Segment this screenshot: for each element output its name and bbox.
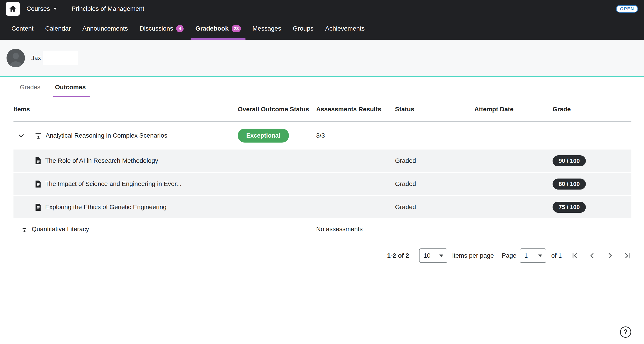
page-label: Page [502,252,516,259]
activity-row[interactable]: Exploring the Ethics of Genetic Engineer… [14,196,632,218]
top-bar: Courses Principles of Management OPEN [0,0,644,17]
col-header-overall-outcome-status: Overall Outcome Status [238,106,316,113]
nav-item-messages[interactable]: Messages [247,17,287,40]
pagination-bar: 1-2 of 2 10 items per page Page 1 of 1 [0,246,632,265]
outcome-row: Quantitative Literacy No assessments [14,218,632,240]
outcome-row: Analytical Reasoning in Complex Scenario… [14,122,632,150]
outcome-title: Quantitative Literacy [32,225,89,233]
home-icon [8,5,17,13]
tab-label: Grades [20,84,40,91]
activity-status: Graded [395,203,474,211]
activity-title[interactable]: The Role of AI in Research Methodology [45,157,158,164]
chevron-down-icon [18,132,25,139]
outcomes-table: Items Overall Outcome Status Assessments… [14,97,632,240]
col-header-assessments-results: Assessments Results [316,106,395,113]
last-page-button[interactable] [623,252,632,260]
next-page-icon [606,252,614,259]
nav-item-content[interactable]: Content [6,17,39,40]
tab-outcomes[interactable]: Outcomes [53,77,88,97]
active-nav-underline [190,38,246,40]
next-page-button[interactable] [606,252,614,260]
page-number-select[interactable]: 1 [520,248,546,263]
gradebook-tabs: Grades Outcomes [0,77,644,97]
col-header-grade: Grade [552,106,632,113]
gradebook-count-badge: 23 [232,25,241,32]
nav-item-label: Announcements [82,25,128,32]
col-header-attempt-date: Attempt Date [474,106,552,113]
activity-row[interactable]: The Role of AI in Research Methodology G… [14,150,632,172]
nav-item-groups[interactable]: Groups [287,17,319,40]
learner-header: Jax [0,40,644,76]
nav-item-label: Gradebook [195,25,228,32]
page-number-value: 1 [524,252,528,259]
previous-page-icon [588,252,596,259]
nav-item-label: Discussions [140,25,173,32]
last-page-icon [624,252,631,259]
nav-item-label: Messages [252,25,281,32]
activity-status: Graded [395,180,474,188]
avatar [6,49,25,67]
help-question-icon: ? [624,328,628,336]
grade-pill: 90 / 100 [552,155,586,166]
items-per-page-label: items per page [452,252,494,259]
nav-item-calendar[interactable]: Calendar [39,17,76,40]
activity-row[interactable]: The Impact of Science and Engineering in… [14,173,632,195]
items-per-page-value: 10 [424,252,430,259]
outcome-funnel-icon [21,226,28,233]
redacted-name-box [43,51,78,65]
pagination-range: 1-2 of 2 [387,252,409,259]
previous-page-button[interactable] [588,252,596,260]
nav-item-label: Achievements [325,25,365,32]
assessments-results-value: 3/3 [316,132,395,139]
nav-item-label: Calendar [45,25,71,32]
home-button[interactable] [6,2,20,16]
active-tab-underline [53,96,90,97]
chevron-down-icon [538,254,542,257]
nav-item-announcements[interactable]: Announcements [76,17,134,40]
document-icon [35,157,41,164]
document-icon [35,204,41,211]
outcome-funnel-icon [35,132,42,139]
total-pages-label: of 1 [551,252,562,259]
activity-status: Graded [395,157,474,164]
table-header-row: Items Overall Outcome Status Assessments… [14,97,632,122]
nav-item-gradebook[interactable]: Gradebook 23 [190,17,246,40]
overall-status-pill: Exceptional [238,129,289,143]
document-icon [35,181,41,188]
chevron-down-icon [54,8,57,10]
first-page-icon [571,252,578,259]
first-page-button[interactable] [571,252,579,260]
nav-item-achievements[interactable]: Achievements [319,17,370,40]
tab-label: Outcomes [55,84,86,91]
help-button[interactable]: ? [620,326,631,338]
nav-item-label: Content [12,25,34,32]
collapse-outcome-button[interactable] [17,132,25,139]
pagination-controls [571,252,632,260]
courses-label: Courses [26,5,50,12]
assessments-results-value: No assessments [316,225,395,233]
discussions-count-badge: 4 [176,25,184,32]
open-status-badge: OPEN [616,5,638,13]
learner-name: Jax [31,54,41,62]
grade-pill: 75 / 100 [552,202,586,213]
col-header-status: Status [395,106,474,113]
items-per-page-select[interactable]: 10 [419,248,448,263]
chevron-down-icon [439,254,443,257]
outcome-title: Analytical Reasoning in Complex Scenario… [46,132,168,139]
course-title: Principles of Management [72,5,144,12]
grade-pill: 80 / 100 [552,179,586,190]
col-header-items: Items [14,106,238,113]
tab-grades[interactable]: Grades [18,77,42,97]
course-navbar: Content Calendar Announcements Discussio… [0,17,644,40]
nav-item-label: Groups [293,25,314,32]
activity-title[interactable]: Exploring the Ethics of Genetic Engineer… [45,203,166,211]
nav-item-discussions[interactable]: Discussions 4 [134,17,190,40]
courses-dropdown[interactable]: Courses [26,5,57,12]
activity-title[interactable]: The Impact of Science and Engineering in… [45,180,182,188]
